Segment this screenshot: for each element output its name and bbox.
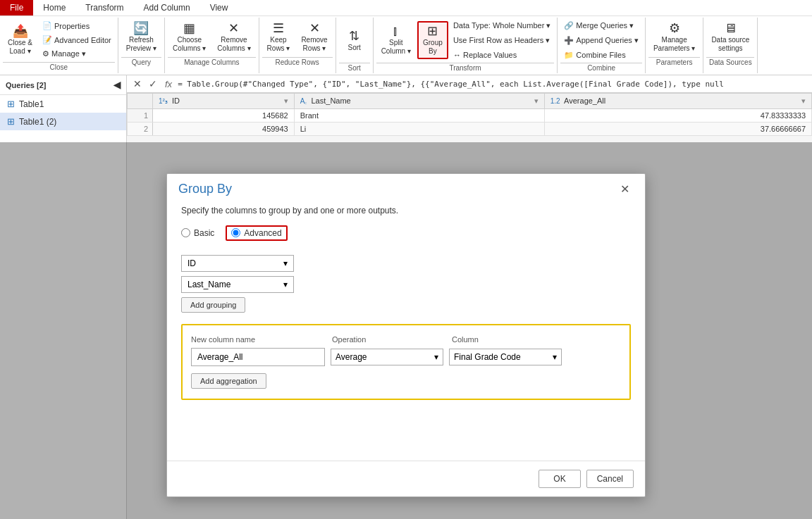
ribbon-content-bar: 📤 Close &Load ▾ 📄 Properties 📝 Advanced … — [0, 15, 812, 75]
groupby-dropdown-2[interactable]: Last_Name ▾ — [181, 276, 294, 293]
col-average-label: Average_All — [564, 96, 605, 105]
use-first-row-button[interactable]: Use First Row as Headers ▾ — [450, 34, 554, 47]
sidebar-item-table1-label: Table1 — [19, 99, 44, 109]
ok-button[interactable]: OK — [539, 470, 580, 488]
advanced-editor-button[interactable]: 📝 Advanced Editor — [39, 33, 115, 46]
data-source-settings-button[interactable]: 🖥 Data sourcesettings — [706, 19, 754, 56]
group-close: 📤 Close &Load ▾ 📄 Properties 📝 Advanced … — [0, 18, 118, 73]
data-type-button[interactable]: Data Type: Whole Number ▾ — [450, 19, 554, 32]
split-column-label: SplitColumn ▾ — [381, 39, 411, 56]
close-load-button[interactable]: 📤 Close &Load ▾ — [3, 19, 37, 61]
radio-basic[interactable] — [181, 228, 190, 237]
remove-columns-button[interactable]: ✕ RemoveColumns ▾ — [212, 19, 255, 56]
main-area: Queries [2] ◀ ⊞ Table1 ⊞ Table1 (2) ✕ ✓ … — [0, 75, 812, 519]
sidebar-item-table1-2[interactable]: ⊞ Table1 (2) — [0, 113, 126, 130]
combine-files-icon: 📁 — [564, 51, 574, 60]
group-transform: ⫿ SplitColumn ▾ ⊞ GroupBy Data Type: Who… — [374, 18, 558, 73]
manage-parameters-icon: ⚙ — [669, 22, 680, 35]
choose-columns-icon: ▦ — [183, 22, 195, 35]
table-row: 2 459943 Li 37.66666667 — [128, 123, 812, 136]
col-lastname-header[interactable]: A꜀ Last_Name ▾ — [294, 94, 544, 109]
modal-footer: OK Cancel — [167, 461, 645, 496]
group-by-button[interactable]: ⊞ GroupBy — [417, 21, 448, 59]
column-value: Final Grade Code — [454, 352, 521, 362]
sort-button[interactable]: ⇅ Sort — [339, 27, 370, 54]
group-by-icon: ⊞ — [427, 25, 438, 37]
col-id-header[interactable]: 1²₃ ID ▾ — [153, 94, 295, 109]
group-sort: ⇅ Sort Sort — [336, 18, 374, 73]
cancel-button[interactable]: Cancel — [586, 470, 634, 488]
group-combine-label: Combine — [560, 63, 642, 72]
col-lastname-dropdown-icon[interactable]: ▾ — [534, 96, 539, 106]
column-dropdown[interactable]: Final Grade Code ▾ — [449, 349, 562, 365]
row2-average: 37.66666667 — [544, 123, 811, 136]
group-close-label: Close — [3, 62, 115, 71]
radio-group: Basic Advanced — [181, 225, 631, 241]
tab-view[interactable]: View — [200, 0, 238, 15]
add-aggregation-button[interactable]: Add aggregation — [191, 373, 266, 389]
sidebar-item-table1[interactable]: ⊞ Table1 — [0, 95, 126, 113]
combine-files-button[interactable]: 📁 Combine Files — [560, 49, 642, 62]
use-first-row-label: Use First Row as Headers ▾ — [453, 36, 550, 45]
manage-parameters-button[interactable]: ⚙ ManageParameters ▾ — [648, 19, 700, 56]
group-reduce-rows: ☰ KeepRows ▾ ✕ RemoveRows ▾ Reduce Rows — [259, 18, 336, 73]
split-column-icon: ⫿ — [393, 25, 399, 37]
modal-title: Group By — [178, 182, 232, 196]
tab-transform[interactable]: Transform — [75, 0, 133, 15]
new-column-name-input[interactable] — [191, 348, 325, 366]
operation-dropdown[interactable]: Average ▾ — [331, 349, 443, 365]
table1-2-icon: ⊞ — [7, 116, 15, 127]
data-grid: 1²₃ ID ▾ A꜀ Last_Name ▾ 1.2 Average_All — [127, 93, 812, 136]
replace-values-button[interactable]: ↔ Replace Values — [450, 49, 554, 61]
group-manage-columns: ▦ ChooseColumns ▾ ✕ RemoveColumns ▾ Mana… — [165, 18, 259, 73]
sidebar-collapse-icon[interactable]: ◀ — [113, 80, 121, 90]
col-id-dropdown-icon[interactable]: ▾ — [284, 96, 288, 106]
choose-columns-button[interactable]: ▦ ChooseColumns ▾ — [168, 19, 211, 56]
radio-basic-label[interactable]: Basic — [181, 228, 214, 238]
append-queries-button[interactable]: ➕ Append Queries ▾ — [560, 34, 642, 47]
tab-home[interactable]: Home — [33, 0, 75, 15]
merge-queries-button[interactable]: 🔗 Merge Queries ▾ — [560, 19, 642, 32]
row1-average: 47.83333333 — [544, 109, 811, 123]
tab-file[interactable]: File — [0, 0, 33, 15]
sidebar-header: Queries [2] ◀ — [0, 75, 126, 95]
remove-columns-label: RemoveColumns ▾ — [217, 36, 250, 53]
sort-label: Sort — [347, 44, 360, 51]
data-grid-wrap: 1²₃ ID ▾ A꜀ Last_Name ▾ 1.2 Average_All — [127, 93, 812, 136]
refresh-preview-button[interactable]: 🔄 RefreshPreview ▾ — [121, 19, 161, 56]
modal-body: Specify the columns to group by and one … — [167, 197, 645, 461]
remove-rows-button[interactable]: ✕ RemoveRows ▾ — [296, 19, 332, 56]
radio-advanced-label[interactable]: Advanced — [231, 228, 281, 238]
group-sort-label: Sort — [339, 63, 370, 72]
radio-advanced[interactable] — [231, 228, 240, 237]
manage-label: Manage ▾ — [51, 49, 86, 58]
row1-num: 1 — [128, 109, 153, 123]
keep-rows-button[interactable]: ☰ KeepRows ▾ — [262, 19, 295, 56]
group-by-label: GroupBy — [423, 39, 443, 56]
properties-label: Properties — [54, 22, 90, 30]
modal-description: Specify the columns to group by and one … — [181, 206, 631, 215]
col-average-header[interactable]: 1.2 Average_All ▾ — [544, 94, 811, 109]
groupby-dropdown-1[interactable]: ID ▾ — [181, 255, 294, 272]
formula-cancel-button[interactable]: ✕ — [131, 77, 144, 90]
modal-close-button[interactable]: ✕ — [616, 181, 634, 197]
col-average-dropdown-icon[interactable]: ▾ — [801, 96, 806, 106]
properties-button[interactable]: 📄 Properties — [39, 19, 115, 32]
formula-text: = Table.Group(#"Changed Type", {"ID", "L… — [178, 80, 808, 89]
choose-columns-label: ChooseColumns ▾ — [173, 36, 206, 53]
group-parameters: ⚙ ManageParameters ▾ Parameters — [646, 18, 703, 73]
advanced-radio-box: Advanced — [226, 225, 287, 241]
fx-label: fx — [165, 79, 172, 89]
group-reduce-rows-label: Reduce Rows — [262, 57, 333, 66]
formula-accept-button[interactable]: ✓ — [147, 77, 159, 90]
row2-id: 459943 — [153, 123, 295, 136]
sidebar-title: Queries [2] — [6, 81, 46, 89]
add-grouping-button[interactable]: Add grouping — [181, 297, 245, 313]
close-load-label: Close &Load ▾ — [8, 39, 32, 56]
formula-bar: ✕ ✓ fx = Table.Group(#"Changed Type", {"… — [127, 75, 812, 93]
tab-add-column[interactable]: Add Column — [134, 0, 200, 15]
group-by-modal: Group By ✕ Specify the columns to group … — [166, 173, 646, 497]
replace-values-label: ↔ Replace Values — [453, 51, 517, 59]
manage-button[interactable]: ⚙ Manage ▾ — [39, 47, 115, 61]
split-column-button[interactable]: ⫿ SplitColumn ▾ — [376, 22, 416, 58]
